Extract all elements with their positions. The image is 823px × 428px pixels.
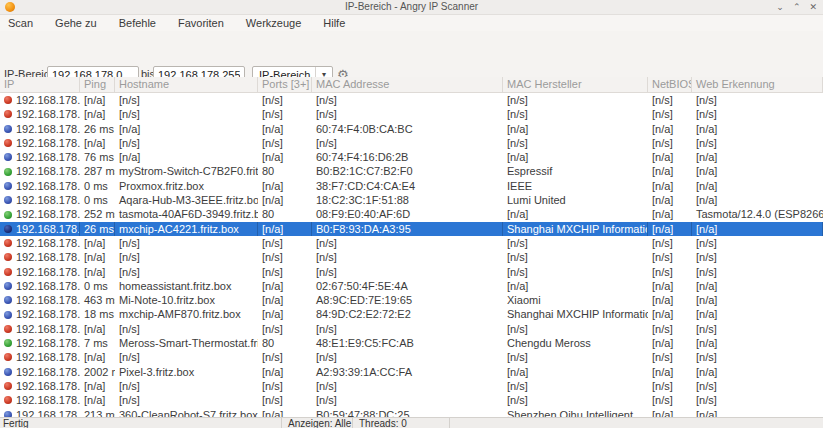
cell-web: [n/s] (692, 379, 823, 393)
table-row[interactable]: 192.168.178.11826 ms[n/a][n/a]60:74:F4:0… (0, 122, 823, 136)
column-header-vendor[interactable]: MAC Hersteller (503, 77, 648, 92)
cell-ping: 18 ms (80, 307, 115, 321)
column-header-ping[interactable]: Ping (80, 77, 115, 92)
cell-web: [n/s] (692, 236, 823, 250)
cell-ip: 192.168.178.121 (0, 164, 80, 178)
cell-web: [n/a] (692, 293, 823, 307)
cell-hostname: [n/s] (115, 107, 258, 121)
cell-vendor: [n/s] (503, 350, 648, 364)
column-header-netbios[interactable]: NetBIOS Info (648, 77, 692, 92)
cell-vendor: Xiaomi (503, 293, 648, 307)
cell-web: [n/a] (692, 336, 823, 350)
table-row[interactable]: 192.168.178.138213 ms360-CleanRobot-S7.f… (0, 408, 823, 417)
cell-ip: 192.168.178.118 (0, 122, 80, 136)
table-row[interactable]: 192.168.178.117[n/a][n/s][n/s][n/s][n/s]… (0, 107, 823, 121)
cell-netbios: [n/s] (648, 322, 692, 336)
cell-mac: [n/s] (312, 107, 503, 121)
table-row[interactable]: 192.168.178.130463 msMi-Note-10.fritz.bo… (0, 293, 823, 307)
cell-ports: [n/s] (258, 393, 312, 407)
column-header-mac[interactable]: MAC Addresse (312, 77, 503, 92)
table-row[interactable]: 192.168.178.116[n/a][n/s][n/s][n/s][n/s]… (0, 93, 823, 107)
cell-mac: 60:74:F4:0B:CA:BC (312, 122, 503, 136)
table-row[interactable]: 192.168.178.12076 ms[n/a][n/a]60:74:F4:1… (0, 150, 823, 164)
table-row[interactable]: 192.168.178.13118 msmxchip-AMF870.fritz.… (0, 307, 823, 321)
cell-netbios: [n/a] (648, 222, 692, 236)
cell-ping: 2002 ms (80, 365, 115, 379)
menu-item-scan[interactable]: Scan (8, 17, 33, 29)
cell-netbios: [n/a] (648, 408, 692, 417)
column-header-web[interactable]: Web Erkennung (692, 77, 823, 92)
column-header-ports[interactable]: Ports [3+] (258, 77, 312, 92)
table-row[interactable]: 192.168.178.1352002 msPixel-3.fritz.box[… (0, 365, 823, 379)
cell-ping: 287 ms (80, 164, 115, 178)
table-row[interactable]: 192.168.178.132[n/a][n/s][n/s][n/s][n/s]… (0, 322, 823, 336)
angry-ip-scanner-window: IP-Bereich - Angry IP Scanner ⌄ ⌃ ✕ Scan… (0, 0, 823, 428)
cell-mac: [n/s] (312, 322, 503, 336)
table-row[interactable]: 192.168.178.12526 msmxchip-AC4221.fritz.… (0, 222, 823, 236)
table-row[interactable]: 192.168.178.1337 msMeross-Smart-Thermost… (0, 336, 823, 350)
cell-netbios: [n/s] (648, 265, 692, 279)
table-row[interactable]: 192.168.178.126[n/a][n/s][n/s][n/s][n/s]… (0, 236, 823, 250)
cell-mac: 38:F7:CD:C4:CA:E4 (312, 179, 503, 193)
table-row[interactable]: 192.168.178.124252 mstasmota-40AF6D-3949… (0, 207, 823, 221)
cell-netbios: [n/s] (648, 93, 692, 107)
menu-item-tools[interactable]: Werkzeuge (246, 17, 301, 29)
cell-mac: 48:E1:E9:C5:FC:AB (312, 336, 503, 350)
cell-ping: 252 ms (80, 207, 115, 221)
close-icon[interactable]: ✕ (809, 0, 817, 14)
cell-ports: 80 (258, 164, 312, 178)
menu-item-commands[interactable]: Befehle (119, 17, 156, 29)
cell-mac: [n/s] (312, 93, 503, 107)
cell-ip: 192.168.178.130 (0, 293, 80, 307)
table-row[interactable]: 192.168.178.128[n/a][n/s][n/s][n/s][n/s]… (0, 265, 823, 279)
column-header-ip[interactable]: IP (0, 77, 80, 92)
maximize-icon[interactable]: ⌃ (793, 0, 801, 14)
cell-netbios: [n/a] (648, 279, 692, 293)
table-row[interactable]: 192.168.178.137[n/a][n/s][n/s][n/s][n/s]… (0, 393, 823, 407)
host-status-icon (4, 182, 12, 190)
cell-web: [n/s] (692, 350, 823, 364)
cell-web: [n/s] (692, 136, 823, 150)
table-row[interactable]: 192.168.178.1290 mshomeassistant.fritz.b… (0, 279, 823, 293)
menu-item-goto[interactable]: Gehe zu (55, 17, 97, 29)
cell-hostname: [n/a] (115, 150, 258, 164)
cell-hostname: Pixel-3.fritz.box (115, 365, 258, 379)
cell-web: [n/a] (692, 179, 823, 193)
host-status-icon (4, 325, 12, 333)
table-row[interactable]: 192.168.178.134[n/a][n/s][n/s][n/s][n/s]… (0, 350, 823, 364)
cell-mac: [n/s] (312, 136, 503, 150)
table-row[interactable]: 192.168.178.1220 msProxmox.fritz.box[n/a… (0, 179, 823, 193)
cell-ports: [n/s] (258, 350, 312, 364)
cell-hostname: myStrom-Switch-C7B2F0.fritz.box (115, 164, 258, 178)
table-row[interactable]: 192.168.178.127[n/a][n/s][n/s][n/s][n/s]… (0, 250, 823, 264)
menu-item-help[interactable]: Hilfe (323, 17, 345, 29)
cell-hostname: mxchip-AMF870.fritz.box (115, 307, 258, 321)
host-status-icon (4, 139, 12, 147)
cell-mac: 60:74:F4:16:D6:2B (312, 150, 503, 164)
table-row[interactable]: 192.168.178.1230 msAqara-Hub-M3-3EEE.fri… (0, 193, 823, 207)
menu-item-favorites[interactable]: Favoriten (178, 17, 224, 29)
cell-ip: 192.168.178.138 (0, 408, 80, 417)
table-row[interactable]: 192.168.178.121287 msmyStrom-Switch-C7B2… (0, 164, 823, 178)
cell-hostname: Meross-Smart-Thermostat.fritz.box (115, 336, 258, 350)
cell-netbios: [n/a] (648, 293, 692, 307)
table-row[interactable]: 192.168.178.136[n/a][n/s][n/s][n/s][n/s]… (0, 379, 823, 393)
table-body: 192.168.178.116[n/a][n/s][n/s][n/s][n/s]… (0, 93, 823, 417)
column-header-hostname[interactable]: Hostname (115, 77, 258, 92)
host-status-icon (4, 96, 12, 104)
table-row[interactable]: 192.168.178.119[n/a][n/s][n/s][n/s][n/s]… (0, 136, 823, 150)
host-status-icon (4, 382, 12, 390)
cell-ping: 7 ms (80, 336, 115, 350)
minimize-icon[interactable]: ⌄ (776, 0, 784, 14)
titlebar: IP-Bereich - Angry IP Scanner ⌄ ⌃ ✕ (0, 0, 823, 15)
cell-ip: 192.168.178.127 (0, 250, 80, 264)
cell-ping: 26 ms (80, 122, 115, 136)
cell-vendor: [n/s] (503, 250, 648, 264)
cell-netbios: [n/a] (648, 179, 692, 193)
host-status-icon (4, 153, 12, 161)
host-status-icon (4, 296, 12, 304)
cell-vendor: Shanghai MXCHIP Information (503, 307, 648, 321)
cell-ip: 192.168.178.116 (0, 93, 80, 107)
table-header: IPPingHostnamePorts [3+]MAC AddresseMAC … (0, 77, 823, 93)
cell-hostname: [n/s] (115, 265, 258, 279)
